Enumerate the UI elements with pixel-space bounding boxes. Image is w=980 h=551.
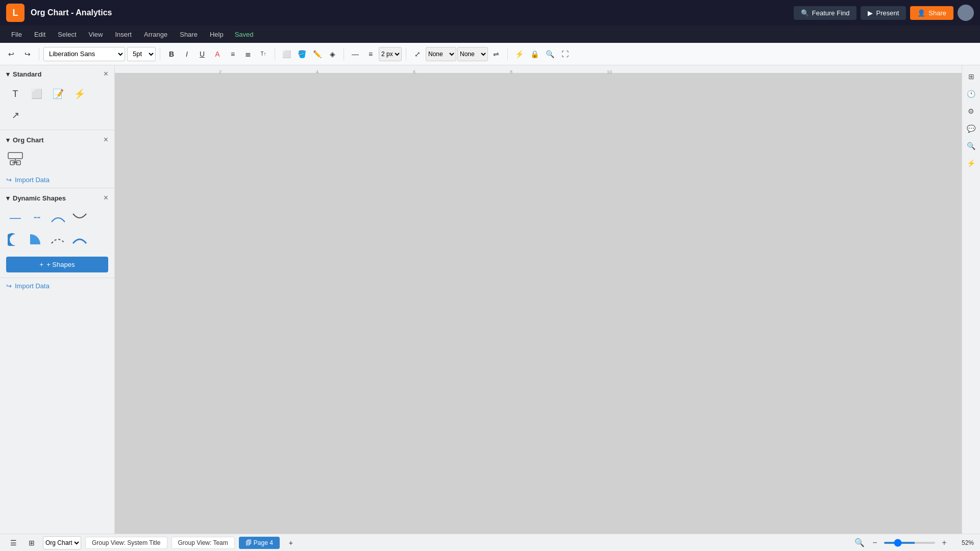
lightning-shape[interactable]: ⚡ <box>70 85 89 103</box>
line-width-selector[interactable]: 2 px <box>379 47 402 61</box>
sticky-shape[interactable]: 📝 <box>49 85 67 103</box>
lock-button[interactable]: 🔒 <box>527 47 542 61</box>
org-chart-section-header[interactable]: ▾ Org Chart × <box>0 131 114 148</box>
canvas-area[interactable]: 2 4 6 8 10 around an ever-changing emplo… <box>115 65 962 534</box>
superscript-button[interactable]: T↑ <box>256 47 271 61</box>
menu-view[interactable]: View <box>84 29 108 40</box>
line-width-button[interactable]: ≡ <box>363 47 378 61</box>
search-tool-button[interactable]: 🔍 <box>543 47 557 61</box>
line-style-group: — ≡ 2 px <box>348 47 402 61</box>
ruler-top: 2 4 6 8 10 <box>115 65 962 73</box>
underline-button[interactable]: U <box>195 47 209 61</box>
svg-rect-0 <box>8 153 22 159</box>
line-shape-2[interactable]: ╌ <box>28 209 46 227</box>
menu-share[interactable]: Share <box>175 29 203 40</box>
arc-shape-1[interactable] <box>49 209 67 227</box>
quarter-circle-shape[interactable] <box>28 230 46 248</box>
zoom-out-button[interactable]: 🔍 <box>853 537 866 549</box>
toolbar-divider-5 <box>406 48 406 60</box>
import-data-button-2[interactable]: ↪ Import Data <box>0 279 114 293</box>
font-selector[interactable]: Liberation Sans <box>43 47 125 61</box>
share-button[interactable]: 👤 Share <box>910 6 953 20</box>
right-panel-btn-3[interactable]: ⚙ <box>964 104 978 118</box>
line-style-button[interactable]: — <box>348 47 362 61</box>
dynamic-shapes-close-icon[interactable]: × <box>104 193 108 203</box>
present-icon: ▶ <box>868 9 873 17</box>
text-format-group: B I U A ≡ ≣ T↑ <box>164 47 271 61</box>
dynamic-shapes-section-header[interactable]: ▾ Dynamic Shapes × <box>0 189 114 207</box>
italic-button[interactable]: I <box>180 47 194 61</box>
toolbar: ↩ ↪ Liberation Sans 5pt B I U A ≡ ≣ T↑ ⬜… <box>0 43 980 65</box>
right-panel-btn-5[interactable]: 🔍 <box>964 139 978 153</box>
menu-arrange[interactable]: Arrange <box>139 29 173 40</box>
shape-button[interactable]: ⬜ <box>279 47 293 61</box>
fill-button[interactable]: 🪣 <box>295 47 309 61</box>
font-color-button[interactable]: A <box>210 47 225 61</box>
right-panel-btn-6[interactable]: ⚡ <box>964 156 978 170</box>
add-shapes-button[interactable]: + + Shapes <box>6 257 108 272</box>
redo-button[interactable]: ↪ <box>20 47 35 61</box>
page-icon: 🗐 <box>246 539 252 546</box>
text-shape[interactable]: T <box>6 85 24 103</box>
zoom-minus-button[interactable]: − <box>869 537 881 549</box>
menu-file[interactable]: File <box>6 29 27 40</box>
group-view-title-tab[interactable]: Group View: System Title <box>85 537 167 549</box>
list-view-button[interactable]: ☰ <box>6 536 20 550</box>
undo-button[interactable]: ↩ <box>4 47 18 61</box>
org-node-shape[interactable] <box>6 151 24 169</box>
arrow-shape[interactable]: ↗ <box>6 106 24 124</box>
line-shape-1[interactable]: — <box>6 209 24 227</box>
zoom-controls: 🔍 − + 52% <box>853 537 974 549</box>
lightning-button[interactable]: ⚡ <box>512 47 526 61</box>
arc-shape-4[interactable] <box>70 230 89 248</box>
zoom-slider[interactable] <box>884 542 935 544</box>
standard-section-title: ▾ Standard <box>6 70 41 78</box>
menu-select[interactable]: Select <box>53 29 81 40</box>
menu-edit[interactable]: Edit <box>29 29 51 40</box>
arc-shape-3[interactable] <box>49 230 67 248</box>
group-view-team-tab[interactable]: Group View: Team <box>172 537 235 549</box>
divider-1 <box>0 130 114 130</box>
standard-close-icon[interactable]: × <box>104 69 108 79</box>
arc-shape-2[interactable] <box>70 209 89 227</box>
none-selector-2[interactable]: None <box>457 47 488 61</box>
right-panel-btn-1[interactable]: ⊞ <box>964 69 978 84</box>
standard-section-header[interactable]: ▾ Standard × <box>0 65 114 83</box>
right-sidebar: ⊞ 🕐 ⚙ 💬 🔍 ⚡ <box>962 65 980 534</box>
bold-button[interactable]: B <box>164 47 179 61</box>
effect-button[interactable]: ◈ <box>325 47 339 61</box>
align-center-button[interactable]: ≣ <box>241 47 255 61</box>
add-page-button[interactable]: + <box>284 536 298 550</box>
grid-view-button[interactable]: ⊞ <box>24 536 39 550</box>
zoom-plus-button[interactable]: + <box>938 537 950 549</box>
line-color-button[interactable]: ✏️ <box>310 47 324 61</box>
menu-insert[interactable]: Insert <box>110 29 137 40</box>
connector-group: ⤢ None None ⇌ <box>410 47 503 61</box>
org-chart-close-icon[interactable]: × <box>104 135 108 144</box>
fullscreen-button[interactable]: ⛶ <box>558 47 572 61</box>
canvas-content[interactable]: around an ever-changing employee base. T… <box>115 73 962 534</box>
page-dropdown[interactable]: Org Chart <box>43 536 81 549</box>
toolbar-divider-4 <box>344 48 344 60</box>
present-button[interactable]: ▶ Present <box>861 6 906 20</box>
org-chart-section-title: ▾ Org Chart <box>6 136 44 144</box>
sidebar: ▾ Standard × T ⬜ 📝 ⚡ ↗ ▾ Org Chart × <box>0 65 115 534</box>
feature-find-button[interactable]: 🔍 Feature Find <box>794 6 857 20</box>
standard-shapes-grid: T ⬜ 📝 ⚡ ↗ <box>0 83 114 129</box>
align-left-button[interactable]: ≡ <box>226 47 240 61</box>
right-panel-btn-2[interactable]: 🕐 <box>964 87 978 101</box>
rect-shape[interactable]: ⬜ <box>28 85 46 103</box>
status-bar: ☰ ⊞ Org Chart Group View: System Title G… <box>0 534 980 551</box>
font-size-selector[interactable]: 5pt <box>127 47 156 61</box>
right-panel-btn-4[interactable]: 💬 <box>964 121 978 136</box>
menu-help[interactable]: Help <box>205 29 229 40</box>
import-data-button-1[interactable]: ↪ Import Data <box>0 173 114 187</box>
connector-button[interactable]: ⤢ <box>410 47 425 61</box>
none-selector-1[interactable]: None <box>426 47 456 61</box>
user-avatar[interactable] <box>958 5 974 21</box>
crescent-shape[interactable] <box>6 230 24 248</box>
page-tab[interactable]: 🗐 Page 4 <box>239 537 280 549</box>
divider-2 <box>0 188 114 188</box>
divider-3 <box>0 278 114 278</box>
flip-button[interactable]: ⇌ <box>489 47 503 61</box>
